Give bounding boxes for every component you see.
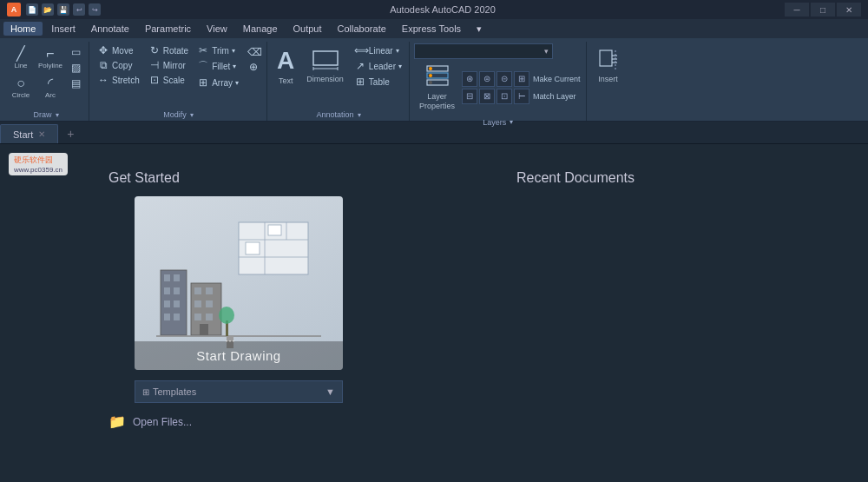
menu-collaborate[interactable]: Collaborate xyxy=(331,22,393,36)
polyline-button[interactable]: ⌐ Polyline xyxy=(36,43,64,71)
gradient-icon: ▤ xyxy=(69,77,82,89)
rotate-button[interactable]: ↻ Rotate xyxy=(145,43,192,57)
menu-parametric[interactable]: Parametric xyxy=(138,22,198,36)
svg-rect-27 xyxy=(164,300,170,307)
linear-button[interactable]: ⟺ Linear ▾ xyxy=(351,43,405,57)
leader-icon: ↗ xyxy=(354,60,366,72)
save-icon[interactable]: 💾 xyxy=(57,3,69,16)
explode-button[interactable]: ⊕ xyxy=(244,60,263,74)
close-button[interactable]: ✕ xyxy=(837,3,861,17)
circle-button[interactable]: ○ Circle xyxy=(7,73,35,101)
menu-insert[interactable]: Insert xyxy=(44,22,82,36)
svg-rect-38 xyxy=(200,324,208,335)
mirror-icon: ⊣ xyxy=(148,59,161,71)
menu-output[interactable]: Output xyxy=(286,22,329,36)
ribbon-group-draw: ╱ Line ⌐ Polyline ○ Circle ◜ Arc ▭ xyxy=(3,42,89,121)
svg-rect-26 xyxy=(174,287,180,294)
svg-rect-35 xyxy=(206,300,213,307)
ribbon: ╱ Line ⌐ Polyline ○ Circle ◜ Arc ▭ xyxy=(0,38,868,122)
make-current-button[interactable]: Make Current xyxy=(531,71,582,87)
circle-icon: ○ xyxy=(16,76,25,91)
undo-icon[interactable]: ↩ xyxy=(73,3,85,16)
stretch-button[interactable]: ↔ Stretch xyxy=(94,73,143,87)
svg-rect-32 xyxy=(194,287,201,294)
open-icon[interactable]: 📂 xyxy=(42,3,54,16)
table-button[interactable]: ⊞ Table xyxy=(351,75,405,89)
layer-icon-4[interactable]: ⊞ xyxy=(514,71,529,87)
tab-add-button[interactable]: + xyxy=(58,124,82,143)
trim-button[interactable]: ✂ Trim ▾ xyxy=(194,43,242,57)
hatch-button[interactable]: ▨ xyxy=(66,61,85,75)
layer-icon-5[interactable]: ⊟ xyxy=(462,89,477,104)
table-icon: ⊞ xyxy=(354,76,366,88)
layer-icon-3[interactable]: ⊝ xyxy=(496,71,512,87)
draw-group-label[interactable]: Draw ▾ xyxy=(7,109,85,121)
linear-icon: ⟺ xyxy=(354,44,366,56)
svg-rect-20 xyxy=(246,242,260,254)
templates-dropdown[interactable]: ⊞ Templates ▼ xyxy=(135,380,343,403)
ribbon-group-annotation: A Text Dimension ⟺ Linear xyxy=(268,42,410,121)
layer-icon-6[interactable]: ⊠ xyxy=(479,89,495,104)
modify-group-label[interactable]: Modify ▾ xyxy=(94,109,263,121)
new-icon[interactable]: 📄 xyxy=(26,3,38,16)
dimension-button[interactable]: Dimension xyxy=(301,43,349,87)
open-files-button[interactable]: 📁 Open Files... xyxy=(108,413,192,430)
copy-button[interactable]: ⧉ Copy xyxy=(94,58,143,72)
templates-grid-icon: ⊞ xyxy=(142,387,149,397)
menu-more[interactable]: ▾ xyxy=(470,22,489,36)
fillet-button[interactable]: ⌒ Fillet ▾ xyxy=(194,58,242,75)
window-controls: ─ □ ✕ xyxy=(785,3,861,17)
rotate-icon: ↻ xyxy=(148,44,161,56)
layer-dropdown[interactable]: ▾ xyxy=(414,43,553,59)
layer-icon-2[interactable]: ⊜ xyxy=(479,71,495,87)
scale-button[interactable]: ⊡ Scale xyxy=(145,73,192,87)
rectangle-button[interactable]: ▭ xyxy=(66,45,85,59)
layer-properties-icon xyxy=(425,64,450,90)
layer-icon-8[interactable]: ⊢ xyxy=(514,89,529,104)
tab-start[interactable]: Start ✕ xyxy=(0,124,58,143)
modify-chevron-icon: ▾ xyxy=(190,111,194,119)
svg-rect-28 xyxy=(174,300,180,307)
start-drawing-card[interactable]: Start Drawing xyxy=(135,196,343,370)
array-button[interactable]: ⊞ Array ▾ xyxy=(194,76,242,89)
svg-rect-34 xyxy=(194,300,201,307)
move-button[interactable]: ✥ Move xyxy=(94,43,143,57)
svg-rect-24 xyxy=(174,274,180,281)
insert-button[interactable]: Insert xyxy=(591,43,626,87)
text-button[interactable]: A Text xyxy=(272,43,299,89)
arc-button[interactable]: ◜ Arc xyxy=(36,73,64,101)
maximize-button[interactable]: □ xyxy=(811,3,835,17)
layer-icon-1[interactable]: ⊛ xyxy=(462,71,477,87)
layer-properties-button[interactable]: LayerProperties xyxy=(414,61,460,115)
layer-icon-7[interactable]: ⊡ xyxy=(496,89,512,104)
ribbon-group-modify: ✥ Move ⧉ Copy ↔ Stretch ↻ Rotate ⊣ xyxy=(90,42,267,121)
canvas-area: 硬乐软件园 www.pc0359.cn Get Started xyxy=(0,144,868,482)
annotation-group-content: A Text Dimension ⟺ Linear xyxy=(272,42,405,109)
menu-manage[interactable]: Manage xyxy=(236,22,285,36)
menu-home[interactable]: Home xyxy=(3,22,43,36)
menu-bar: Home Insert Annotate Parametric View Man… xyxy=(0,19,868,38)
open-files-icon: 📁 xyxy=(108,413,126,430)
menu-annotate[interactable]: Annotate xyxy=(84,22,136,36)
menu-express-tools[interactable]: Express Tools xyxy=(395,22,468,36)
match-layer-button[interactable]: Match Layer xyxy=(531,92,578,101)
layers-group-label[interactable]: Layers ▾ xyxy=(414,116,582,129)
line-button[interactable]: ╱ Line xyxy=(7,43,35,71)
gradient-button[interactable]: ▤ xyxy=(66,76,85,90)
move-icon: ✥ xyxy=(97,44,109,56)
menu-view[interactable]: View xyxy=(200,22,234,36)
templates-chevron-icon: ▼ xyxy=(326,386,335,397)
leader-button[interactable]: ↗ Leader ▾ xyxy=(351,59,405,73)
svg-rect-36 xyxy=(194,314,201,320)
polyline-icon: ⌐ xyxy=(46,46,54,62)
quick-access-toolbar: 📄 📂 💾 ↩ ↪ xyxy=(26,3,101,16)
tab-close-icon[interactable]: ✕ xyxy=(38,129,45,139)
minimize-button[interactable]: ─ xyxy=(785,3,809,17)
modify-group-content: ✥ Move ⧉ Copy ↔ Stretch ↻ Rotate ⊣ xyxy=(94,42,263,109)
erase-button[interactable]: ⌫ xyxy=(244,45,263,59)
mirror-button[interactable]: ⊣ Mirror xyxy=(145,58,192,72)
text-icon: A xyxy=(277,47,294,75)
svg-rect-37 xyxy=(206,314,213,320)
annotation-group-label[interactable]: Annotation ▾ xyxy=(272,109,405,121)
redo-icon[interactable]: ↪ xyxy=(89,3,101,16)
